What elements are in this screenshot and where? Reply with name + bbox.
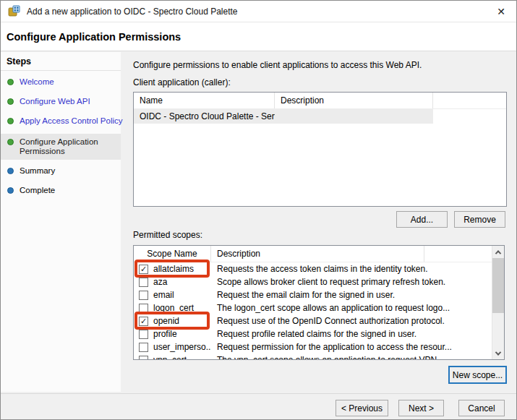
sidebar-step-item[interactable]: Configure Web API xyxy=(1,93,121,110)
scope-checkbox[interactable] xyxy=(139,343,148,352)
permitted-scopes-label: Permitted scopes: xyxy=(133,230,202,240)
scope-description: Request use of the OpenID Connect author… xyxy=(211,316,445,326)
scopes-table-body: ✓ allatclaims Requests the access token … xyxy=(134,262,492,359)
steps-sidebar: Steps Welcome Configure Web API Apply Ac… xyxy=(1,52,121,392)
scope-table-row[interactable]: email Request the email claim for the si… xyxy=(134,288,492,301)
sidebar-step-item[interactable]: Apply Access Control Policy xyxy=(1,113,121,129)
sidebar-step-item[interactable]: Summary xyxy=(1,163,121,179)
step-bullet-icon xyxy=(7,79,14,85)
annotation-box xyxy=(134,312,210,330)
step-label: Configure Application Permissions xyxy=(20,137,98,155)
remove-button[interactable]: Remove xyxy=(454,211,505,228)
scope-name-label: email xyxy=(153,290,211,300)
step-label: Configure Web API xyxy=(20,97,90,106)
vertical-scrollbar[interactable] xyxy=(492,246,504,359)
window-title: Add a new application to OIDC - Spectro … xyxy=(27,7,238,17)
scope-checkbox[interactable] xyxy=(139,356,148,360)
client-table-body: OIDC - Spectro Cloud Palette - Server ..… xyxy=(134,109,506,124)
scrollbar-thumb[interactable] xyxy=(492,258,504,313)
annotation-box xyxy=(134,260,210,278)
scopes-table-viewport: Scope Name Description ✓ allatclaims Req… xyxy=(134,246,492,359)
column-header-description[interactable]: Description xyxy=(275,93,433,108)
sidebar-step-item[interactable]: Configure Application Permissions xyxy=(1,134,121,160)
scope-name-label: vpn_cert xyxy=(153,355,211,359)
scope-description: The logon_cert scope allows an applicati… xyxy=(211,303,450,313)
step-label: Complete xyxy=(20,186,55,194)
step-label: Summary xyxy=(20,166,55,175)
permitted-scopes-table: Scope Name Description ✓ allatclaims Req… xyxy=(133,245,505,360)
scope-description: Requests the access token claims in the … xyxy=(211,264,428,274)
scope-description: Request profile related claims for the s… xyxy=(211,329,416,339)
page-title: Configure Application Permissions xyxy=(1,22,516,51)
add-button[interactable]: Add... xyxy=(396,211,448,228)
step-label: Apply Access Control Policy xyxy=(20,116,123,125)
client-application-table: Name Description OIDC - Spectro Cloud Pa… xyxy=(133,92,507,207)
scope-checkbox[interactable] xyxy=(139,291,148,300)
scope-table-row[interactable]: user_imperso... Request permission for t… xyxy=(134,340,492,353)
step-bullet-icon xyxy=(7,187,14,194)
title-bar: Add a new application to OIDC - Spectro … xyxy=(1,1,516,22)
cancel-button[interactable]: Cancel xyxy=(458,400,505,416)
scope-name-label: profile xyxy=(153,329,211,339)
scroll-up-icon[interactable] xyxy=(492,246,504,258)
scope-table-row[interactable]: ✓ allatclaims Requests the access token … xyxy=(134,262,492,275)
step-bullet-icon xyxy=(7,118,14,124)
scope-description: Request the email claim for the signed i… xyxy=(211,290,395,300)
sidebar-step-item[interactable]: Complete xyxy=(1,182,121,199)
client-name: OIDC - Spectro Cloud Palette - Server ..… xyxy=(134,111,275,121)
step-label: Welcome xyxy=(20,77,54,86)
previous-button[interactable]: < Previous xyxy=(336,400,388,416)
client-table-row[interactable]: OIDC - Spectro Cloud Palette - Server ..… xyxy=(134,109,433,124)
scope-description: The vpn_cert scope allows an application… xyxy=(211,355,447,359)
scope-name-label: user_imperso... xyxy=(153,342,211,352)
next-button[interactable]: Next > xyxy=(398,400,444,416)
scroll-down-icon[interactable] xyxy=(492,347,504,359)
sidebar-step-item[interactable]: Welcome xyxy=(1,74,121,90)
client-table-header: Name Description xyxy=(134,93,506,109)
intro-text: Configure permissions to enable client a… xyxy=(133,60,422,70)
steps-list: Welcome Configure Web API Apply Access C… xyxy=(1,74,121,199)
scope-table-row[interactable]: ✓ openid Request use of the OpenID Conne… xyxy=(134,314,492,327)
step-bullet-icon xyxy=(7,139,14,145)
scope-description: Scope allows broker client to request pr… xyxy=(211,277,445,287)
new-scope-button[interactable]: New scope... xyxy=(448,366,507,384)
close-icon[interactable]: ✕ xyxy=(493,6,509,17)
step-bullet-icon xyxy=(7,168,14,174)
scope-checkbox[interactable] xyxy=(139,330,148,339)
step-bullet-icon xyxy=(7,98,14,105)
steps-heading: Steps xyxy=(1,52,121,71)
scope-description: Request permission for the application t… xyxy=(211,342,452,352)
scope-name-label: aza xyxy=(153,277,211,287)
scope-table-row[interactable]: vpn_cert The vpn_cert scope allows an ap… xyxy=(134,353,492,359)
client-application-label: Client application (caller): xyxy=(133,77,231,87)
wizard-dialog: Add a new application to OIDC - Spectro … xyxy=(0,0,517,420)
column-header-name[interactable]: Name xyxy=(134,93,275,108)
adfs-app-icon xyxy=(8,5,20,17)
scope-checkbox[interactable] xyxy=(139,278,148,287)
column-header-scope-description[interactable]: Description xyxy=(211,246,424,262)
